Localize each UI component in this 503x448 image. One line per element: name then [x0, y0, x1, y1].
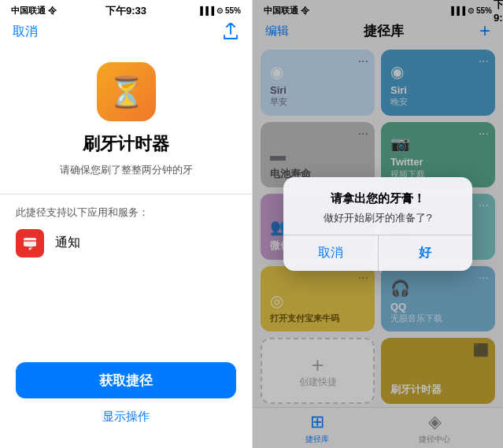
dialog-buttons: 取消 好: [283, 235, 472, 271]
app-subtitle: 请确保您刷了整整两分钟的牙: [0, 162, 252, 178]
dialog-title: 请拿出您的牙膏！: [296, 191, 460, 206]
dialog-ok-button[interactable]: 好: [379, 235, 473, 271]
app-title: 刷牙计时器: [0, 132, 252, 156]
battery-left: 55%: [225, 6, 241, 15]
bottom-actions: 获取捷径 显示操作: [0, 362, 252, 424]
service-name: 通知: [55, 235, 80, 251]
share-button[interactable]: [222, 23, 239, 40]
show-actions-link[interactable]: 显示操作: [102, 409, 150, 424]
top-nav-left: 取消: [0, 20, 252, 46]
status-bar-left: 中国联通 令 下午9:33 ▐▐▐ ⊙ 55%: [0, 0, 252, 20]
right-panel: 中国联通 令 下午9:33 ▐▐▐ ⊙ 55% 编辑 捷径库 + ··· ◉ S…: [252, 0, 503, 448]
carrier-left: 中国联通 令: [11, 5, 57, 17]
dialog-message: 做好开始刷牙的准备了?: [296, 211, 460, 225]
dialog-cancel-button[interactable]: 取消: [283, 235, 379, 271]
time-left: 下午9:33: [105, 4, 146, 18]
app-icon: ⏳: [97, 62, 156, 121]
hourglass-icon: ⏳: [108, 75, 145, 109]
left-panel: 中国联通 令 下午9:33 ▐▐▐ ⊙ 55% 取消 ⏳ 刷牙计时器 请确保您刷…: [0, 0, 252, 448]
svg-rect-0: [24, 238, 36, 246]
dialog-overlay: 请拿出您的牙膏！ 做好开始刷牙的准备了? 取消 好: [253, 0, 503, 448]
services-label: 此捷径支持以下应用和服务：: [0, 205, 252, 220]
signal-icon: ▐▐▐: [198, 6, 214, 15]
wifi-icon: ⊙: [216, 6, 223, 15]
svg-point-1: [29, 247, 31, 250]
get-shortcut-button[interactable]: 获取捷径: [16, 362, 236, 398]
app-icon-container: ⏳: [0, 62, 252, 121]
cancel-button[interactable]: 取消: [13, 24, 38, 40]
status-icons-left: ▐▐▐ ⊙ 55%: [198, 6, 241, 15]
service-notification: 通知: [0, 220, 252, 267]
dialog-body: 请拿出您的牙膏！ 做好开始刷牙的准备了?: [283, 177, 472, 235]
notification-icon: [16, 229, 44, 257]
divider: [0, 194, 252, 194]
dialog-box: 请拿出您的牙膏！ 做好开始刷牙的准备了? 取消 好: [283, 177, 472, 271]
